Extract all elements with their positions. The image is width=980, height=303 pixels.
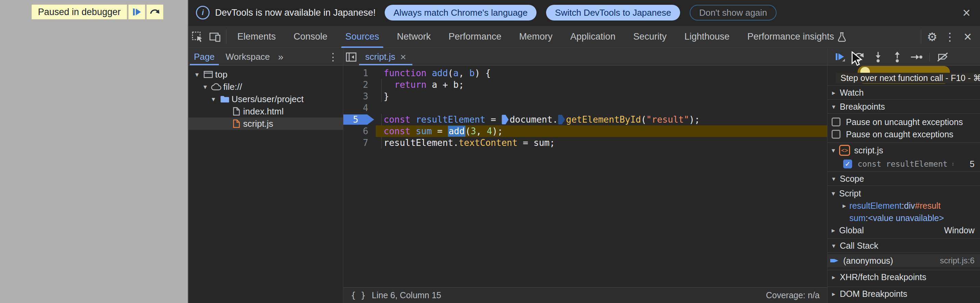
section-dom-breakpoints[interactable]: ▸ DOM Breakpoints xyxy=(827,287,980,301)
section-watch[interactable]: ▸ Watch xyxy=(827,86,980,99)
tree-item-top[interactable]: ▾top xyxy=(188,68,343,81)
overlay-step-over-button[interactable] xyxy=(146,5,164,19)
pause-caught-checkbox[interactable] xyxy=(832,130,840,139)
navigator-kebab-icon[interactable]: ⋮ xyxy=(328,51,338,63)
scope-global-row[interactable]: ▸ Global Window xyxy=(827,224,980,236)
code-line-5[interactable]: 5const resultElement = document.getEleme… xyxy=(343,114,827,125)
breakpoint-group-label: script.js xyxy=(854,146,883,155)
disclosure-expanded-icon: ▾ xyxy=(827,146,839,154)
tab-memory[interactable]: Memory xyxy=(510,25,562,48)
breakpoint-entry-row[interactable]: ✓ const resultElement = doc⋯ 5 xyxy=(827,158,980,170)
scope-var-sum[interactable]: sum: <value unavailable> xyxy=(827,212,980,224)
main-tab-strip: ElementsConsoleSourcesNetworkPerformance… xyxy=(228,25,855,48)
tree-item-index-html[interactable]: index.html xyxy=(188,105,343,117)
scope-label: Scope xyxy=(840,174,864,184)
tree-item-file[interactable]: ▾file:// xyxy=(188,81,343,93)
tab-label: Security xyxy=(633,32,667,42)
token: add xyxy=(448,126,465,136)
code-line-7[interactable]: 7resultElement.textContent = sum; xyxy=(343,137,827,149)
tree-item-users-user-project[interactable]: ▾Users/user/project xyxy=(188,93,343,105)
tab-security[interactable]: Security xyxy=(624,25,676,48)
pretty-print-icon[interactable]: { } xyxy=(351,291,366,300)
editor-tab-scriptjs[interactable]: script.js × xyxy=(359,49,412,65)
line-number-4[interactable]: 4 xyxy=(343,102,376,114)
step-into-icon xyxy=(872,51,884,63)
always-match-language-button[interactable]: Always match Chrome's language xyxy=(385,5,536,21)
browser-page-background: Paused in debugger xyxy=(0,0,188,303)
breakpoint-checkbox[interactable]: ✓ xyxy=(843,160,852,168)
deactivate-breakpoints-button[interactable] xyxy=(934,49,951,65)
section-scope[interactable]: ▾ Scope xyxy=(827,171,980,186)
pause-uncaught-checkbox[interactable] xyxy=(832,117,840,126)
line-number-5[interactable]: 5 xyxy=(343,114,376,125)
line-number-2[interactable]: 2 xyxy=(343,79,376,90)
section-call-stack[interactable]: ▾ Call Stack xyxy=(827,238,980,253)
settings-gear-icon[interactable]: ⚙ xyxy=(923,25,941,48)
line-number-1[interactable]: 1 xyxy=(343,67,376,79)
line-number-3[interactable]: 3 xyxy=(343,90,376,102)
tab-performance[interactable]: Performance xyxy=(440,25,511,48)
cloud-icon xyxy=(211,82,222,91)
navigator-tab-workspace[interactable]: Workspace xyxy=(220,49,275,65)
devtools-close-icon[interactable]: × xyxy=(959,25,977,48)
inspect-element-button[interactable] xyxy=(188,25,206,48)
step-icon xyxy=(910,52,923,62)
resume-icon xyxy=(132,7,142,17)
line-number-6[interactable]: 6 xyxy=(343,125,376,137)
breakpoint-group-row[interactable]: ▾ <> script.js xyxy=(827,143,980,158)
tab-lighthouse[interactable]: Lighthouse xyxy=(675,25,738,48)
disclosure-expanded-icon[interactable]: ▾ xyxy=(192,70,201,79)
navigator-tab-page[interactable]: Page xyxy=(188,49,220,65)
tab-application[interactable]: Application xyxy=(562,25,624,48)
call-stack-frame-row[interactable]: (anonymous) script.js:6 xyxy=(827,254,980,267)
code-line-3[interactable]: 3} xyxy=(343,90,827,102)
frame-location: script.js:6 xyxy=(940,256,980,265)
script-file-icon: <> xyxy=(839,145,850,156)
step-button[interactable] xyxy=(907,49,925,65)
tab-sources[interactable]: Sources xyxy=(336,25,388,48)
screen: Paused in debugger i DevTools is now ava… xyxy=(0,0,980,303)
inline-step-marker[interactable] xyxy=(558,115,565,124)
tab-close-icon[interactable]: × xyxy=(400,51,406,63)
line-number-7[interactable]: 7 xyxy=(343,137,376,149)
pause-uncaught-row[interactable]: Pause on uncaught exceptions xyxy=(827,116,980,128)
notification-close-icon[interactable]: × xyxy=(963,6,970,19)
switch-to-japanese-button[interactable]: Switch DevTools to Japanese xyxy=(546,5,680,21)
tab-network[interactable]: Network xyxy=(388,25,440,48)
pause-caught-row[interactable]: Pause on caught exceptions xyxy=(827,128,980,140)
code-line-1[interactable]: 1function add(a, b) { xyxy=(343,67,827,79)
code-line-6[interactable]: 6const sum = add(3, 4); xyxy=(343,125,827,137)
frame-wrap xyxy=(201,70,215,79)
overlay-resume-button[interactable] xyxy=(128,5,145,19)
scope-var-resultelement[interactable]: ▸ resultElement: div#result xyxy=(827,200,980,212)
tree-item-label: Users/user/project xyxy=(231,94,304,105)
resume-script-button[interactable] xyxy=(831,49,849,65)
device-toolbar-button[interactable] xyxy=(206,25,224,48)
inline-step-marker[interactable] xyxy=(502,115,509,124)
section-xhr-breakpoints[interactable]: ▸ XHR/fetch Breakpoints xyxy=(827,270,980,284)
token: ); xyxy=(689,114,700,125)
more-tabs-chevron-icon[interactable]: » xyxy=(278,52,283,62)
token: a xyxy=(453,68,459,78)
disclosure-expanded-icon[interactable]: ▾ xyxy=(201,82,210,91)
toolbar-separator xyxy=(929,52,930,62)
code-editor[interactable]: 1function add(a, b) {2 return a + b;3}45… xyxy=(343,66,827,287)
editor-tab-bar: script.js × xyxy=(343,49,827,66)
toggle-navigator-button[interactable] xyxy=(343,49,359,65)
dont-show-again-button[interactable]: Don't show again xyxy=(690,5,777,21)
code-line-2[interactable]: 2 return a + b; xyxy=(343,79,827,90)
step-into-button[interactable] xyxy=(869,49,887,65)
step-over-button[interactable] xyxy=(850,49,868,65)
tab-console[interactable]: Console xyxy=(285,25,336,48)
info-icon: i xyxy=(196,6,210,19)
scope-script-row[interactable]: ▾ Script xyxy=(827,187,980,200)
kebab-menu-icon[interactable]: ⋮ xyxy=(941,25,959,48)
disclosure-expanded-icon[interactable]: ▾ xyxy=(209,95,218,103)
code-line-4[interactable]: 4 xyxy=(343,102,827,114)
step-out-button[interactable] xyxy=(888,49,906,65)
tab-performance-insights[interactable]: Performance insights xyxy=(738,25,856,48)
file-html-wrap xyxy=(229,106,243,116)
section-breakpoints[interactable]: ▾ Breakpoints xyxy=(827,99,980,114)
tab-elements[interactable]: Elements xyxy=(228,25,285,48)
tree-item-script-js[interactable]: script.js xyxy=(188,117,343,130)
